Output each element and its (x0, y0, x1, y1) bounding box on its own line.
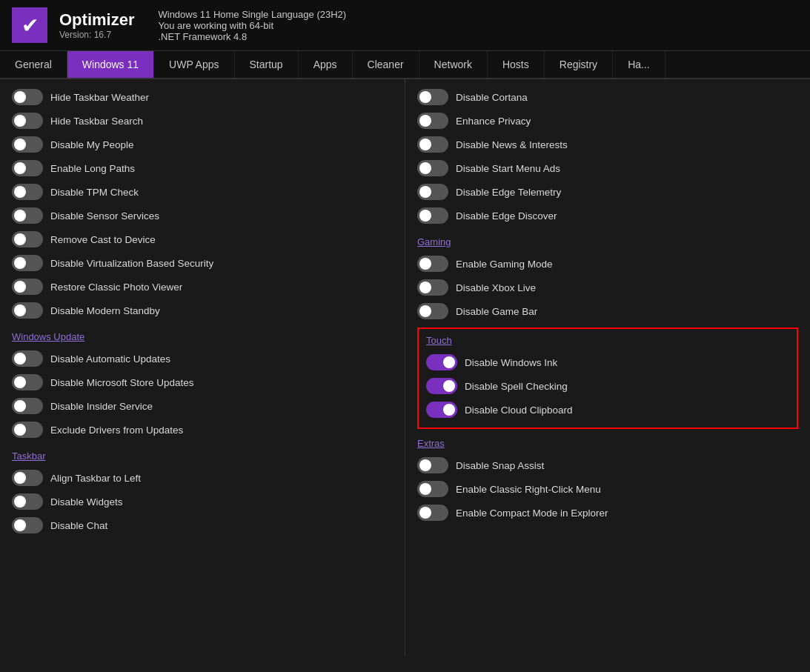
label-disable-game-bar: Disable Game Bar (456, 306, 537, 317)
app-info: Optimizer Version: 16.7 (59, 10, 134, 40)
toggle-exclude-drivers[interactable] (12, 422, 43, 438)
toggle-disable-game-bar[interactable] (417, 303, 448, 319)
framework-info: .NET Framework 4.8 (158, 31, 346, 42)
label-disable-edge-telemetry: Disable Edge Telemetry (456, 187, 561, 198)
toggle-remove-cast-to-device[interactable] (12, 231, 43, 247)
label-hide-taskbar-weather: Hide Taskbar Weather (50, 92, 149, 103)
list-item: Disable Edge Telemetry (417, 180, 798, 204)
label-enable-gaming-mode: Enable Gaming Mode (456, 259, 553, 270)
toggle-disable-tpm-check[interactable] (12, 184, 43, 200)
list-item: Disable Windows Ink (426, 350, 789, 374)
toggle-disable-sensor-services[interactable] (12, 207, 43, 224)
tab-ha[interactable]: Ha... (613, 51, 665, 78)
system-info: Windows 11 Home Single Language (23H2) Y… (158, 9, 346, 42)
label-disable-insider-service: Disable Insider Service (50, 401, 153, 412)
toggle-disable-store-updates[interactable] (12, 374, 43, 390)
tab-cleaner[interactable]: Cleaner (353, 51, 419, 78)
list-item: Disable Sensor Services (12, 204, 393, 227)
list-item: Enable Classic Right-Click Menu (417, 477, 798, 501)
tab-windows11[interactable]: Windows 11 (67, 51, 154, 78)
label-classic-right-click: Enable Classic Right-Click Menu (456, 484, 601, 495)
list-item: Remove Cast to Device (12, 227, 393, 251)
tab-general[interactable]: General (0, 51, 67, 78)
list-item: Disable Game Bar (417, 299, 798, 323)
toggle-compact-mode-explorer[interactable] (417, 505, 448, 521)
list-item: Disable Snap Assist (417, 453, 798, 477)
label-enable-long-paths: Enable Long Paths (50, 163, 135, 174)
list-item: Disable Spell Checking (426, 374, 789, 398)
toggle-enable-gaming-mode[interactable] (417, 256, 448, 272)
toggle-align-taskbar-left[interactable] (12, 470, 43, 486)
toggle-disable-edge-telemetry[interactable] (417, 184, 448, 200)
list-item: Enable Gaming Mode (417, 252, 798, 276)
toggle-hide-taskbar-search[interactable] (12, 113, 43, 129)
list-item: Disable News & Interests (417, 133, 798, 156)
tab-registry[interactable]: Registry (545, 51, 613, 78)
list-item: Enable Compact Mode in Explorer (417, 501, 798, 525)
app-name: Optimizer (59, 10, 134, 30)
list-item: Disable Widgets (12, 490, 393, 513)
toggle-enhance-privacy[interactable] (417, 113, 448, 129)
tab-uwp-apps[interactable]: UWP Apps (154, 51, 234, 78)
label-disable-vbs: Disable Virtualization Based Security (50, 258, 213, 269)
list-item: Disable Microsoft Store Updates (12, 370, 393, 394)
toggle-disable-snap-assist[interactable] (417, 457, 448, 473)
toggle-disable-news[interactable] (417, 136, 448, 153)
toggle-classic-right-click[interactable] (417, 481, 448, 497)
toggle-hide-taskbar-weather[interactable] (12, 89, 43, 105)
toggle-restore-classic-photo[interactable] (12, 279, 43, 295)
toggle-disable-cortana[interactable] (417, 89, 448, 105)
toggle-disable-windows-ink[interactable] (426, 354, 457, 370)
toggle-disable-my-people[interactable] (12, 136, 43, 153)
right-column: Disable Cortana Enhance Privacy Disable … (405, 79, 810, 656)
list-item: Enhance Privacy (417, 109, 798, 133)
label-exclude-drivers: Exclude Drivers from Updates (50, 425, 183, 436)
section-taskbar: Taskbar (12, 450, 393, 462)
toggle-disable-widgets[interactable] (12, 493, 43, 510)
tab-network[interactable]: Network (419, 51, 488, 78)
label-disable-sensor-services: Disable Sensor Services (50, 210, 159, 222)
toggle-disable-spell-checking[interactable] (426, 378, 457, 394)
label-disable-cloud-clipboard: Disable Cloud Clipboard (465, 405, 573, 416)
list-item: Exclude Drivers from Updates (12, 418, 393, 442)
section-touch: Touch (426, 335, 789, 346)
main-content: Hide Taskbar Weather Hide Taskbar Search… (0, 79, 810, 656)
toggle-disable-xbox-live[interactable] (417, 279, 448, 296)
bit-info: You are working with 64-bit (158, 20, 346, 31)
label-restore-classic-photo: Restore Classic Photo Viewer (50, 282, 182, 293)
toggle-enable-long-paths[interactable] (12, 160, 43, 176)
app-logo: ✔ (12, 7, 47, 43)
label-compact-mode-explorer: Enable Compact Mode in Explorer (456, 508, 608, 519)
toggle-disable-insider-service[interactable] (12, 398, 43, 414)
list-item: Disable TPM Check (12, 180, 393, 204)
toggle-disable-auto-updates[interactable] (12, 350, 43, 367)
label-disable-start-ads: Disable Start Menu Ads (456, 163, 560, 174)
list-item: Disable Modern Standby (12, 299, 393, 322)
toggle-disable-edge-discover[interactable] (417, 207, 448, 224)
list-item: Disable Chat (12, 513, 393, 537)
label-enhance-privacy: Enhance Privacy (456, 116, 531, 127)
label-disable-tpm-check: Disable TPM Check (50, 187, 139, 198)
toggle-disable-vbs[interactable] (12, 255, 43, 271)
toggle-disable-chat[interactable] (12, 517, 43, 533)
list-item: Hide Taskbar Search (12, 109, 393, 133)
toggle-disable-modern-standby[interactable] (12, 302, 43, 319)
list-item: Disable Insider Service (12, 394, 393, 418)
tab-apps[interactable]: Apps (299, 51, 353, 78)
label-disable-cortana: Disable Cortana (456, 92, 528, 103)
label-disable-chat: Disable Chat (50, 520, 107, 531)
label-hide-taskbar-search: Hide Taskbar Search (50, 116, 143, 127)
label-disable-auto-updates: Disable Automatic Updates (50, 353, 170, 365)
label-align-taskbar-left: Align Taskbar to Left (50, 473, 141, 484)
list-item: Disable Xbox Live (417, 276, 798, 299)
toggle-disable-start-ads[interactable] (417, 160, 448, 176)
tab-hosts[interactable]: Hosts (488, 51, 545, 78)
toggle-disable-cloud-clipboard[interactable] (426, 402, 457, 418)
nav-tabs: General Windows 11 UWP Apps Startup Apps… (0, 51, 810, 79)
tab-startup[interactable]: Startup (235, 51, 299, 78)
label-disable-my-people: Disable My People (50, 139, 134, 150)
list-item: Disable Virtualization Based Security (12, 251, 393, 275)
list-item: Hide Taskbar Weather (12, 85, 393, 109)
label-disable-windows-ink: Disable Windows Ink (465, 357, 557, 368)
os-info: Windows 11 Home Single Language (23H2) (158, 9, 346, 20)
